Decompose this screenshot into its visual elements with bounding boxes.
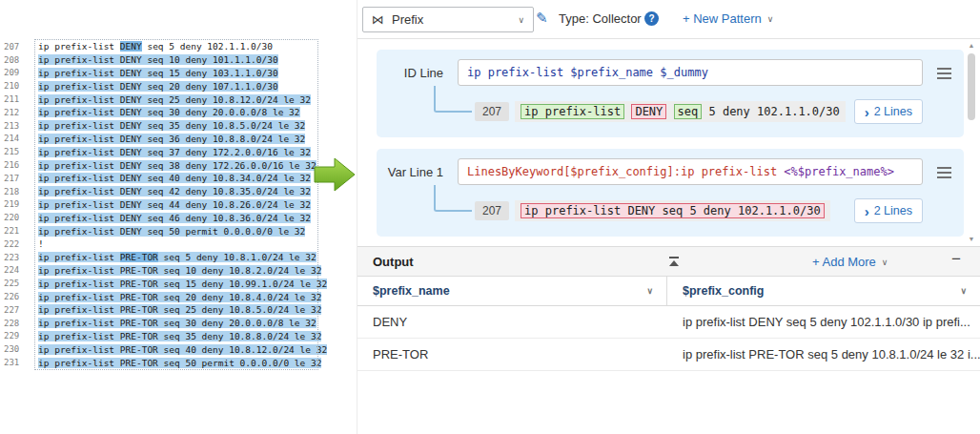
config-line-text: ip prefix-list DENY seq 35 deny 10.8.5.0… [38, 120, 305, 131]
config-line[interactable]: 224ip prefix-list PRE-TOR seq 10 deny 10… [4, 264, 328, 278]
config-line-text: ip prefix-list DENY seq 30 deny 20.0.0.0… [38, 107, 300, 117]
id-line-match-row: 207 ip prefix-list DENY seq 5 deny 102.1… [475, 99, 923, 124]
config-line-text: ip prefix-list DENY seq 25 deny 10.8.12.… [38, 94, 311, 105]
column-header-prefix-name[interactable]: $prefix_name ∨ [357, 277, 667, 305]
line-number: 227 [4, 305, 27, 315]
text-segment: ip prefix-list DENY seq 5 deny 102.1.1.0… [521, 203, 825, 218]
id-line-input[interactable]: ip prefix-list $prefix_name $_dummy [458, 59, 923, 86]
config-line-text: ! [38, 238, 44, 249]
matched-text: ip prefix-list DENY seq 5 deny 102.1.1.0… [515, 200, 830, 221]
chevron-down-icon: ∨ [646, 286, 666, 296]
expand-lines-button[interactable]: › 2 Lines [854, 99, 923, 124]
config-line[interactable]: 217ip prefix-list DENY seq 40 deny 10.8.… [4, 172, 328, 185]
config-line-text: ip prefix-list PRE-TOR seq 35 deny 10.8.… [38, 331, 321, 341]
config-line[interactable]: 219ip prefix-list DENY seq 44 deny 10.8.… [4, 198, 328, 212]
config-line[interactable]: 220ip prefix-list DENY seq 46 deny 10.8.… [4, 211, 328, 224]
config-line[interactable]: 218ip prefix-list DENY seq 42 deny 10.8.… [4, 185, 328, 198]
var-line-input[interactable]: LinesByKeyword[$prefix_config]:ip prefix… [458, 158, 923, 185]
line-number: 223 [4, 253, 27, 262]
config-line[interactable]: 230ip prefix-list PRE-TOR seq 40 deny 10… [4, 342, 328, 356]
lines-button-label: 2 Lines [874, 204, 912, 217]
config-lines: 207ip prefix-list DENY seq 5 deny 102.1.… [4, 40, 328, 369]
config-line[interactable]: 210ip prefix-list DENY seq 20 deny 107.1… [4, 79, 328, 93]
config-line[interactable]: 228ip prefix-list PRE-TOR seq 30 deny 20… [4, 317, 328, 330]
scroll-up-icon[interactable]: ▲ [969, 41, 975, 51]
config-line-text: ip prefix-list DENY seq 40 deny 10.8.34.… [38, 173, 311, 183]
chevron-right-icon: › [865, 105, 869, 119]
line-number: 220 [4, 213, 27, 222]
var-line-label: Var Line 1 [382, 165, 443, 179]
id-line-value: ip prefix-list $prefix_name $_dummy [467, 66, 708, 79]
line-number: 221 [4, 226, 27, 236]
text-segment [666, 105, 673, 118]
collapse-icon[interactable] [667, 257, 681, 268]
chevron-down-icon: ∨ [518, 15, 524, 25]
scrollbar-thumb[interactable] [968, 53, 975, 120]
line-number: 211 [4, 94, 27, 104]
line-number: 216 [4, 160, 27, 170]
chevron-down-icon: ∨ [767, 14, 774, 24]
line-number: 215 [4, 147, 27, 156]
scrollbar[interactable]: ▲ ▼ [966, 41, 977, 244]
menu-icon[interactable] [937, 167, 951, 178]
config-line[interactable]: 216ip prefix-list DENY seq 38 deny 172.2… [4, 158, 328, 172]
column-header-prefix-config[interactable]: $prefix_config ∨ [667, 277, 980, 305]
add-more-button[interactable]: + Add More ∨ [812, 255, 888, 269]
line-number: 217 [4, 174, 27, 183]
menu-icon[interactable] [937, 68, 951, 79]
config-line[interactable]: 231ip prefix-list PRE-TOR seq 50 permit … [4, 356, 328, 369]
config-line-text: ip prefix-list DENY seq 50 permit 0.0.0.… [38, 226, 305, 237]
line-number: 226 [4, 292, 27, 301]
config-line-text: ip prefix-list PRE-TOR seq 10 deny 10.8.… [38, 265, 321, 276]
config-line[interactable]: 211ip prefix-list DENY seq 25 deny 10.8.… [4, 93, 328, 106]
new-pattern-button[interactable]: + New Pattern ∨ [683, 11, 773, 26]
config-line[interactable]: 225ip prefix-list PRE-TOR seq 15 deny 10… [4, 277, 328, 290]
config-line-text: ip prefix-list PRE-TOR seq 30 deny 20.0.… [38, 318, 316, 328]
id-line-label: ID Line [382, 66, 443, 80]
config-line[interactable]: 229ip prefix-list PRE-TOR seq 35 deny 10… [4, 330, 328, 343]
output-header: Output + Add More ∨ − [357, 246, 980, 277]
id-line-section: ID Line ip prefix-list $prefix_name $_du… [377, 50, 964, 137]
column-label: $prefix_name [373, 284, 450, 298]
matched-text: ip prefix-list DENY seq 5 deny 102.1.1.0… [515, 101, 846, 122]
config-line-text: ip prefix-list DENY seq 36 deny 10.8.8.0… [38, 134, 305, 144]
expand-lines-button[interactable]: › 2 Lines [854, 198, 923, 223]
chevron-down-icon: ∨ [960, 286, 980, 296]
pattern-select-value: Prefix [392, 12, 423, 27]
line-number-badge: 207 [475, 102, 509, 121]
config-line[interactable]: 223ip prefix-list PRE-TOR seq 5 deny 10.… [4, 251, 328, 264]
connector-line [434, 86, 472, 113]
config-line-text: ip prefix-list DENY seq 37 deny 172.2.0.… [38, 147, 311, 157]
config-line[interactable]: 213ip prefix-list DENY seq 35 deny 10.8.… [4, 119, 328, 133]
config-line[interactable]: 221ip prefix-list DENY seq 50 permit 0.0… [4, 224, 328, 238]
cell-prefix-name: PRE-TOR [357, 347, 667, 362]
help-icon[interactable]: ? [644, 11, 659, 26]
scroll-down-icon[interactable]: ▼ [969, 235, 975, 244]
config-line[interactable]: 208ip prefix-list DENY seq 10 deny 101.1… [4, 53, 328, 67]
config-line[interactable]: 207ip prefix-list DENY seq 5 deny 102.1.… [4, 40, 328, 53]
cell-prefix-name: DENY [357, 315, 667, 329]
cell-prefix-config: ip prefix-list PRE-TOR seq 5 deny 10.8.1… [667, 347, 980, 362]
config-line[interactable]: 214ip prefix-list DENY seq 36 deny 10.8.… [4, 133, 328, 146]
config-line-text: ip prefix-list DENY seq 38 deny 172.26.0… [38, 160, 316, 171]
line-number: 228 [4, 319, 27, 328]
text-segment: <%$prefix_name%> [784, 165, 894, 178]
config-line[interactable]: 226ip prefix-list PRE-TOR seq 20 deny 10… [4, 290, 328, 303]
line-number-badge: 207 [475, 201, 509, 220]
config-line[interactable]: 212ip prefix-list DENY seq 30 deny 20.0.… [4, 106, 328, 119]
table-row[interactable]: PRE-TORip prefix-list PRE-TOR seq 5 deny… [357, 339, 980, 371]
line-number: 212 [4, 108, 27, 117]
config-panel[interactable]: 207ip prefix-list DENY seq 5 deny 102.1.… [4, 40, 328, 369]
text-segment [624, 105, 631, 118]
pattern-select[interactable]: ⋈ Prefix ∨ [362, 7, 534, 32]
config-line[interactable]: 215ip prefix-list DENY seq 37 deny 172.2… [4, 145, 328, 158]
table-row[interactable]: DENYip prefix-list DENY seq 5 deny 102.1… [357, 306, 980, 339]
transform-arrow-icon [314, 156, 357, 193]
config-line[interactable]: 222! [4, 238, 328, 251]
config-line[interactable]: 227ip prefix-list PRE-TOR seq 25 deny 10… [4, 303, 328, 317]
config-line[interactable]: 209ip prefix-list DENY seq 15 deny 103.1… [4, 67, 328, 80]
edit-icon[interactable]: ✎ [536, 10, 548, 27]
line-number: 219 [4, 199, 27, 209]
minimize-icon[interactable]: − [951, 250, 961, 269]
chevron-right-icon: › [865, 204, 869, 218]
